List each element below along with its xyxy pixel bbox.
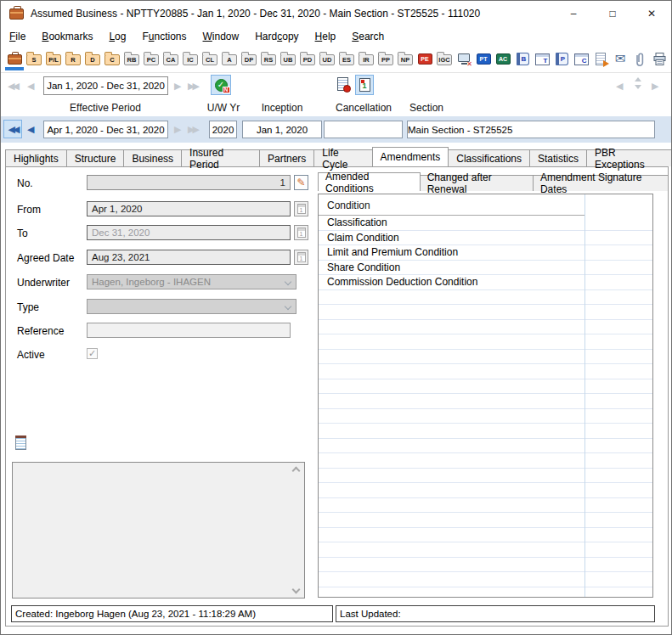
book-p-icon[interactable]: P xyxy=(554,48,569,70)
condition-row-empty[interactable] xyxy=(319,558,652,573)
from-calendar-button[interactable]: 1 xyxy=(294,201,308,216)
menu-bookmarks[interactable]: Bookmarks xyxy=(42,31,93,42)
condition-row-empty[interactable] xyxy=(319,424,652,439)
folder-np-icon[interactable]: NP xyxy=(398,48,413,70)
tab-insured-period[interactable]: Insured Period xyxy=(181,149,260,166)
condition-row-empty[interactable] xyxy=(319,379,652,395)
condition-row-empty[interactable] xyxy=(319,364,652,379)
last-insured-period-button[interactable]: ▶▶ xyxy=(188,121,197,138)
condition-column-header[interactable]: Condition xyxy=(319,194,652,216)
condition-row-empty[interactable] xyxy=(319,453,652,469)
tab-pbr-exceptions[interactable]: PBR Exceptions xyxy=(586,149,672,166)
section-number-button[interactable]: 1 xyxy=(355,75,374,95)
section-updown-button[interactable] xyxy=(633,76,643,90)
section-next-button[interactable]: ▶ xyxy=(652,77,658,94)
condition-row-empty[interactable] xyxy=(319,305,652,320)
folder-dp-icon[interactable]: DP xyxy=(241,48,257,70)
first-insured-period-button[interactable]: ◀◀ xyxy=(3,120,22,138)
tab-life-cycle[interactable]: Life Cycle xyxy=(313,149,372,166)
condition-row-empty[interactable] xyxy=(319,498,652,514)
prev-insured-period-button[interactable]: ◀ xyxy=(27,121,34,138)
tab-partners[interactable]: Partners xyxy=(259,149,314,166)
uw-yr-field[interactable]: 2020 xyxy=(209,121,237,138)
section-prev-button[interactable]: ◀ xyxy=(616,77,623,94)
condition-row-empty[interactable] xyxy=(319,334,652,350)
folder-r-icon[interactable]: R xyxy=(65,48,81,70)
condition-row-claim-condition[interactable]: Claim Condition xyxy=(319,231,652,246)
folder-cl-icon[interactable]: CL xyxy=(202,48,217,70)
menu-hardcopy[interactable]: Hardcopy xyxy=(255,31,298,42)
condition-row-limit-and-premium-condition[interactable]: Limit and Premium Condition xyxy=(319,245,652,261)
folder-pd-icon[interactable]: PD xyxy=(300,48,315,70)
table-c-icon[interactable]: C xyxy=(573,48,589,70)
report-arrow-icon[interactable] xyxy=(593,48,608,70)
condition-row-empty[interactable] xyxy=(319,439,652,454)
edit-amendment-button[interactable]: ✎ xyxy=(294,175,308,190)
agreed-date-calendar-button[interactable]: 1 xyxy=(294,250,308,265)
notes-icon[interactable] xyxy=(15,436,26,450)
cancellation-seal-icon[interactable] xyxy=(337,77,348,91)
folder-d-icon[interactable]: D xyxy=(85,48,100,70)
insured-period-field[interactable]: Apr 1, 2020 - Dec 31, 2020 xyxy=(43,121,168,138)
condition-row-commission-deduction-condition[interactable]: Commission Deduction Condition xyxy=(319,275,652,290)
folder-a-icon[interactable]: A xyxy=(222,48,237,70)
folder-ca-icon[interactable]: CA xyxy=(163,48,178,70)
folder-pc-icon[interactable]: PC xyxy=(144,48,159,70)
folder-pl-icon[interactable]: P/L xyxy=(46,48,61,70)
from-field[interactable]: Apr 1, 2020 xyxy=(87,201,291,216)
folder-s-icon[interactable]: S xyxy=(26,48,42,70)
tab-structure[interactable]: Structure xyxy=(66,149,125,166)
menu-search[interactable]: Search xyxy=(352,31,384,42)
subtab-changed-after-renewal[interactable]: Changed after Renewal xyxy=(420,175,534,191)
inception-field[interactable]: Jan 1, 2020 xyxy=(242,121,322,138)
menu-functions[interactable]: Functions xyxy=(142,31,186,42)
folder-ic-icon[interactable]: IC xyxy=(183,48,198,70)
effective-period-field[interactable]: Jan 1, 2020 - Dec 31, 2020 xyxy=(43,76,168,95)
folder-es-icon[interactable]: ES xyxy=(339,48,354,70)
condition-row-empty[interactable] xyxy=(319,409,652,424)
cancellation-field[interactable] xyxy=(324,121,403,138)
folder-rb-icon[interactable]: RB xyxy=(124,48,139,70)
last-period-button[interactable]: ▶▶ xyxy=(188,77,197,94)
condition-row-empty[interactable] xyxy=(319,587,652,598)
condition-row-empty[interactable] xyxy=(319,528,652,543)
ac-icon[interactable]: AC xyxy=(495,48,511,70)
next-insured-period-button[interactable]: ▶ xyxy=(174,121,181,138)
condition-row-empty[interactable] xyxy=(319,394,652,409)
close-button[interactable]: ✕ xyxy=(632,1,671,26)
folder-ub-icon[interactable]: UB xyxy=(280,48,296,70)
menu-file[interactable]: File xyxy=(9,31,25,42)
scroll-down-icon[interactable] xyxy=(292,586,301,594)
folder-ud-icon[interactable]: UD xyxy=(319,48,335,70)
tab-statistics[interactable]: Statistics xyxy=(529,149,587,166)
tab-classifications[interactable]: Classifications xyxy=(448,149,530,166)
condition-row-empty[interactable] xyxy=(319,483,652,498)
tab-amendments[interactable]: Amendments xyxy=(372,147,449,166)
condition-row-empty[interactable] xyxy=(319,350,652,365)
attachment-icon[interactable] xyxy=(632,48,647,70)
table-t-icon[interactable]: T xyxy=(534,48,550,70)
menu-help[interactable]: Help xyxy=(315,31,336,42)
reference-field[interactable] xyxy=(87,323,291,338)
folder-igc-icon[interactable]: IGC xyxy=(437,48,452,70)
folder-pp-icon[interactable]: PP xyxy=(378,48,393,70)
maximize-button[interactable]: □ xyxy=(593,1,632,26)
agreed-date-field[interactable]: Aug 23, 2021 xyxy=(87,250,291,265)
mail-icon[interactable]: ✉ xyxy=(613,48,628,70)
uw-year-status-button[interactable]: ✓ N xyxy=(211,75,231,95)
print-icon[interactable] xyxy=(652,48,667,70)
condition-row-empty[interactable] xyxy=(319,320,652,335)
condition-row-empty[interactable] xyxy=(319,542,652,558)
pt-icon[interactable]: PT xyxy=(476,48,491,70)
condition-row-classification[interactable]: Classification xyxy=(319,216,652,231)
notes-textarea[interactable] xyxy=(12,462,305,598)
condition-row-empty[interactable] xyxy=(319,469,652,484)
pe-icon[interactable]: PE xyxy=(417,48,432,70)
book-b-icon[interactable]: B xyxy=(515,48,530,70)
menu-window[interactable]: Window xyxy=(203,31,240,42)
folder-rs-icon[interactable]: RS xyxy=(261,48,276,70)
tab-business[interactable]: Business xyxy=(123,149,182,166)
section-field[interactable]: Main Section - ST25525 xyxy=(407,121,655,138)
condition-row-empty[interactable] xyxy=(319,290,652,306)
scroll-up-icon[interactable] xyxy=(292,467,301,475)
